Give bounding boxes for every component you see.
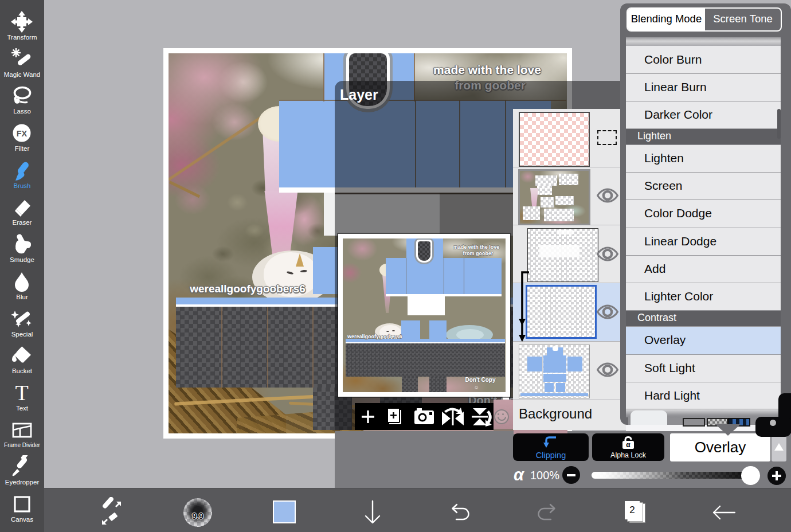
svg-text:FX: FX bbox=[17, 129, 28, 138]
svg-text:α: α bbox=[626, 441, 631, 449]
svg-text:T: T bbox=[15, 381, 28, 404]
